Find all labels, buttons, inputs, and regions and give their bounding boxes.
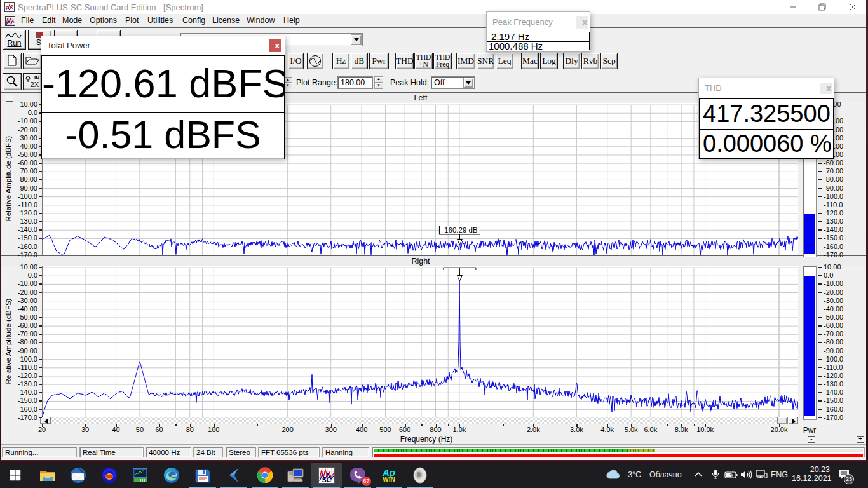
- thd-button[interactable]: THD: [395, 53, 414, 69]
- y-axis-tick: [39, 334, 42, 335]
- file-explorer-icon: [39, 468, 56, 482]
- pwr-button[interactable]: Pwr: [369, 53, 389, 69]
- weather-cloud-icon[interactable]: [606, 468, 621, 488]
- zoom-button[interactable]: [3, 73, 22, 90]
- menu-mode[interactable]: Mode: [62, 16, 82, 25]
- scp-button[interactable]: Scp: [600, 53, 618, 69]
- menu-plot[interactable]: Plot: [125, 16, 139, 25]
- open-file-button[interactable]: [23, 53, 42, 69]
- notification-center-icon[interactable]: 23: [837, 468, 850, 488]
- y-axis-tick-right: [818, 301, 822, 302]
- generator-button[interactable]: [307, 53, 323, 69]
- total-power-titlebar[interactable]: Total Power x: [41, 36, 285, 55]
- y-axis-tick: [39, 255, 42, 256]
- windows-logo-icon: [10, 470, 21, 481]
- thd-close-icon[interactable]: x: [820, 83, 832, 94]
- peak-hold-arrow-icon[interactable]: [463, 78, 473, 88]
- restore-button[interactable]: [813, 0, 832, 14]
- menu-config[interactable]: Config: [182, 16, 205, 25]
- display-combo-arrow-icon[interactable]: [351, 34, 362, 45]
- menu-utilities[interactable]: Utilities: [147, 16, 173, 25]
- taskbar-hw-monitor[interactable]: [125, 463, 156, 488]
- taskbar-speaker-app[interactable]: [405, 463, 435, 488]
- tray-weather-condition[interactable]: Облачно: [649, 470, 682, 488]
- peak-frequency-close-icon[interactable]: x: [576, 16, 588, 29]
- y-axis-tick: [39, 275, 42, 276]
- total-power-close-icon[interactable]: x: [269, 39, 281, 52]
- taskbar-apwin[interactable]: Ap WIN: [374, 463, 404, 488]
- new-file-button[interactable]: [3, 53, 22, 69]
- mac-button[interactable]: Mac: [521, 53, 539, 69]
- y-axis-tick-right: [818, 409, 822, 410]
- scrollbar-thumb[interactable]: [777, 417, 787, 424]
- taskbar-floppy-tool[interactable]: [187, 463, 218, 488]
- title-bar[interactable]: SpectraPLUS-SC Sound Card Edition - [Spe…: [0, 0, 868, 14]
- tray-speaker-icon[interactable]: [740, 470, 753, 488]
- level-meter-right-bar: [374, 454, 863, 458]
- taskbar-audacity[interactable]: [94, 463, 125, 488]
- menu-window[interactable]: Window: [247, 16, 275, 25]
- start-button[interactable]: [0, 463, 31, 488]
- y-axis-tick: [39, 179, 42, 180]
- taskbar-system-info[interactable]: [280, 463, 311, 488]
- scroll-right-button[interactable]: [787, 417, 798, 424]
- y-axis-tick: [39, 213, 42, 214]
- snr-button[interactable]: SNR: [477, 53, 494, 69]
- taskbar-thunderbird[interactable]: [63, 463, 93, 488]
- tray-network-icon[interactable]: [756, 470, 768, 488]
- taskbar-edge[interactable]: [156, 463, 187, 488]
- menu-help[interactable]: Help: [283, 16, 300, 25]
- y-axis-tick: [39, 283, 42, 285]
- pwr-zoom-plus[interactable]: +: [857, 436, 864, 443]
- thdfreq-button[interactable]: THDFreq: [433, 53, 452, 69]
- imd-button[interactable]: IMD: [456, 53, 475, 69]
- total-power-values: -120.61 dBFS -0.51 dBFS: [41, 55, 285, 159]
- total-power-right-value: -0.51 dBFS: [42, 113, 284, 159]
- right-spectrum-plot[interactable]: [42, 266, 798, 420]
- minimize-button[interactable]: [783, 0, 803, 14]
- thdn-button[interactable]: THD+N: [414, 53, 433, 69]
- y-axis-tick: [39, 367, 42, 369]
- taskbar-chevron-app[interactable]: [219, 463, 249, 488]
- hz-button[interactable]: Hz: [332, 53, 349, 69]
- plot-range-input[interactable]: 180.00: [337, 76, 373, 89]
- input-2x-button[interactable]: IN 2X: [23, 73, 42, 90]
- menu-license[interactable]: License: [212, 16, 240, 25]
- tray-clock[interactable]: 20:23 16.12.2021: [792, 465, 830, 488]
- y-axis-tick-label-right: -170.0: [824, 251, 843, 259]
- taskbar-file-explorer[interactable]: [32, 463, 63, 488]
- pwr-zoom-minus[interactable]: -: [808, 436, 815, 443]
- tray-battery-icon[interactable]: [724, 471, 738, 488]
- menu-options[interactable]: Options: [90, 16, 117, 25]
- peak-frequency-window[interactable]: Peak Frequency x 2.197 Hz 1000.488 Hz: [486, 11, 590, 52]
- plot-range-spinner[interactable]: ▲▼: [374, 76, 383, 89]
- taskbar-chrome[interactable]: [250, 463, 280, 488]
- tray-microphone-icon[interactable]: [711, 469, 720, 488]
- y-axis-tick-label-right: -10.00: [824, 280, 843, 287]
- y-axis-tick-label: -170.0: [3, 251, 37, 259]
- io-button[interactable]: I/O: [288, 53, 304, 69]
- menu-file[interactable]: File: [21, 16, 34, 25]
- taskbar-spectraplus[interactable]: SC: [311, 463, 342, 488]
- log-button[interactable]: Log: [540, 53, 558, 69]
- dly-button[interactable]: Dly: [563, 53, 580, 69]
- close-button[interactable]: [843, 0, 862, 14]
- db-button[interactable]: dB: [351, 53, 368, 69]
- total-power-window[interactable]: Total Power x -120.61 dBFS -0.51 dBFS: [41, 36, 285, 159]
- thd-window[interactable]: THD x 417.325500 0.000060 %: [698, 78, 834, 159]
- menu-edit[interactable]: Edit: [42, 16, 56, 25]
- y-axis-tick: [39, 342, 42, 343]
- tray-language[interactable]: ENG: [771, 470, 788, 488]
- leq-button[interactable]: Leq: [496, 53, 513, 69]
- rvb-button[interactable]: Rvb: [581, 53, 599, 69]
- tray-temperature[interactable]: -3°C: [625, 470, 641, 488]
- thd-titlebar[interactable]: THD x: [699, 78, 834, 98]
- run-button[interactable]: Run: [3, 30, 26, 50]
- y-axis-tick-right: [818, 376, 822, 377]
- taskbar-viber[interactable]: 67: [342, 463, 373, 488]
- y-axis-tick-label-right: -60.00: [824, 159, 843, 166]
- peak-frequency-titlebar[interactable]: Peak Frequency x: [487, 12, 590, 32]
- tray-chevron-up-icon[interactable]: [694, 470, 703, 488]
- peak-hold-combobox[interactable]: Off: [431, 76, 475, 89]
- frequency-scrollbar[interactable]: [40, 417, 798, 424]
